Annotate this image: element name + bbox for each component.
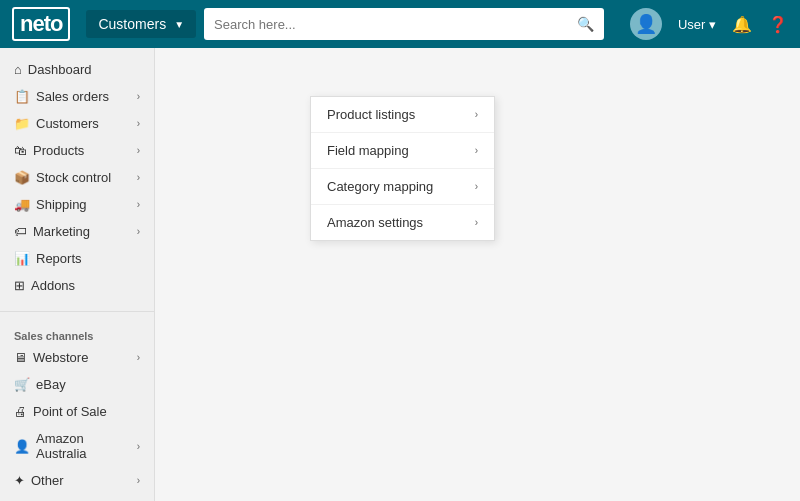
dropdown-label: Customers xyxy=(98,16,166,32)
marketing-icon: 🏷 xyxy=(14,224,27,239)
main-layout: ⌂ Dashboard 📋 Sales orders › 📁 Customers… xyxy=(0,48,800,501)
sidebar-divider xyxy=(0,311,154,312)
channels-section-label: Sales channels xyxy=(0,324,154,344)
sidebar-item-shipping[interactable]: 🚚 Shipping › xyxy=(0,191,154,218)
sidebar-item-label: Other xyxy=(31,473,64,488)
chevron-right-icon: › xyxy=(137,226,140,237)
user-menu[interactable]: User ▾ xyxy=(678,17,716,32)
pos-icon: 🖨 xyxy=(14,404,27,419)
logo: neto xyxy=(12,7,70,41)
dropdown-item-label: Product listings xyxy=(327,107,415,122)
dropdown-menu: Product listings › Field mapping › Categ… xyxy=(310,96,495,241)
dropdown-item-label: Amazon settings xyxy=(327,215,423,230)
search-icon[interactable]: 🔍 xyxy=(577,16,594,32)
sidebar-item-other[interactable]: ✦ Other › xyxy=(0,467,154,494)
sidebar-item-label: Reports xyxy=(36,251,82,266)
top-nav: neto Customers ▼ 🔍 👤 User ▾ 🔔 ❓ xyxy=(0,0,800,48)
help-icon[interactable]: ❓ xyxy=(768,15,788,34)
chevron-right-icon: › xyxy=(137,91,140,102)
chevron-right-icon: › xyxy=(137,475,140,486)
sidebar-item-label: Sales orders xyxy=(36,89,109,104)
amazon-icon: 👤 xyxy=(14,439,30,454)
sidebar-item-label: Point of Sale xyxy=(33,404,107,419)
reports-icon: 📊 xyxy=(14,251,30,266)
avatar: 👤 xyxy=(630,8,662,40)
dropdown-item-label: Field mapping xyxy=(327,143,409,158)
chevron-right-icon: › xyxy=(137,118,140,129)
dropdown-item-field-mapping[interactable]: Field mapping › xyxy=(311,133,494,169)
chevron-right-icon: › xyxy=(475,145,478,156)
sidebar-item-customers[interactable]: 📁 Customers › xyxy=(0,110,154,137)
chevron-right-icon: › xyxy=(137,352,140,363)
sidebar-item-webstore[interactable]: 🖥 Webstore › xyxy=(0,344,154,371)
dropdown-item-product-listings[interactable]: Product listings › xyxy=(311,97,494,133)
nav-right: 👤 User ▾ 🔔 ❓ xyxy=(630,8,788,40)
sidebar-item-label: Marketing xyxy=(33,224,90,239)
sidebar-item-products[interactable]: 🛍 Products › xyxy=(0,137,154,164)
sidebar-item-ebay[interactable]: 🛒 eBay xyxy=(0,371,154,398)
stock-control-icon: 📦 xyxy=(14,170,30,185)
dropdown-item-category-mapping[interactable]: Category mapping › xyxy=(311,169,494,205)
other-icon: ✦ xyxy=(14,473,25,488)
chevron-down-icon: ▼ xyxy=(174,19,184,30)
sidebar-item-label: Amazon Australia xyxy=(36,431,131,461)
sidebar-item-label: eBay xyxy=(36,377,66,392)
ebay-icon: 🛒 xyxy=(14,377,30,392)
chevron-right-icon: › xyxy=(137,145,140,156)
sidebar-channels-section: Sales channels 🖥 Webstore › 🛒 eBay 🖨 Poi… xyxy=(0,316,154,501)
products-icon: 🛍 xyxy=(14,143,27,158)
sidebar-item-label: Dashboard xyxy=(28,62,92,77)
chevron-right-icon: › xyxy=(475,181,478,192)
sidebar-item-addons[interactable]: ⊞ Addons xyxy=(0,272,154,299)
sidebar-item-stock-control[interactable]: 📦 Stock control › xyxy=(0,164,154,191)
sidebar-item-label: Customers xyxy=(36,116,99,131)
sidebar-item-label: Shipping xyxy=(36,197,87,212)
chevron-right-icon: › xyxy=(137,199,140,210)
chevron-right-icon: › xyxy=(475,109,478,120)
bell-icon[interactable]: 🔔 xyxy=(732,15,752,34)
sidebar-item-amazon-australia[interactable]: 👤 Amazon Australia › xyxy=(0,425,154,467)
sidebar-item-label: Stock control xyxy=(36,170,111,185)
sidebar-item-point-of-sale[interactable]: 🖨 Point of Sale xyxy=(0,398,154,425)
customers-dropdown[interactable]: Customers ▼ xyxy=(86,10,196,38)
sidebar-item-label: Webstore xyxy=(33,350,88,365)
dropdown-item-amazon-settings[interactable]: Amazon settings › xyxy=(311,205,494,240)
webstore-icon: 🖥 xyxy=(14,350,27,365)
sidebar-item-marketing[interactable]: 🏷 Marketing › xyxy=(0,218,154,245)
search-input[interactable] xyxy=(214,17,577,32)
sidebar-item-dashboard[interactable]: ⌂ Dashboard xyxy=(0,56,154,83)
chevron-right-icon: › xyxy=(475,217,478,228)
sidebar-item-label: Products xyxy=(33,143,84,158)
shipping-icon: 🚚 xyxy=(14,197,30,212)
sidebar-item-sales-orders[interactable]: 📋 Sales orders › xyxy=(0,83,154,110)
sidebar-main-section: ⌂ Dashboard 📋 Sales orders › 📁 Customers… xyxy=(0,48,154,307)
content-area: Product listings › Field mapping › Categ… xyxy=(155,48,800,501)
dropdown-item-label: Category mapping xyxy=(327,179,433,194)
dashboard-icon: ⌂ xyxy=(14,62,22,77)
addons-icon: ⊞ xyxy=(14,278,25,293)
sidebar-item-label: Addons xyxy=(31,278,75,293)
chevron-right-icon: › xyxy=(137,441,140,452)
customers-icon: 📁 xyxy=(14,116,30,131)
sidebar: ⌂ Dashboard 📋 Sales orders › 📁 Customers… xyxy=(0,48,155,501)
sidebar-item-reports[interactable]: 📊 Reports xyxy=(0,245,154,272)
search-bar[interactable]: 🔍 xyxy=(204,8,604,40)
sales-orders-icon: 📋 xyxy=(14,89,30,104)
chevron-right-icon: › xyxy=(137,172,140,183)
